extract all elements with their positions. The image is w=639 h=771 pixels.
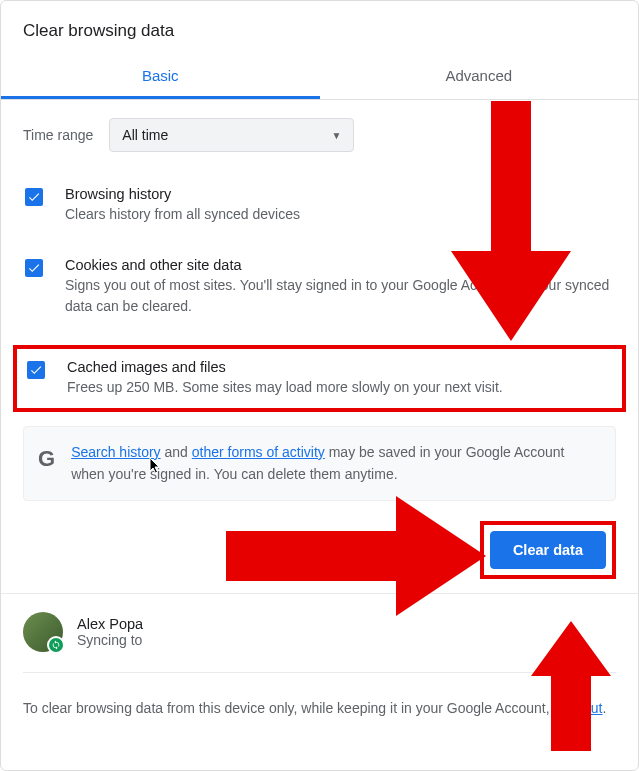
account-name: Alex Popa xyxy=(77,616,143,632)
option-desc: Clears history from all synced devices xyxy=(65,204,614,225)
google-icon: G xyxy=(38,441,55,476)
checkbox-cache[interactable] xyxy=(27,361,45,379)
sign-out-link[interactable]: sign out xyxy=(553,700,602,716)
search-history-link[interactable]: Search history xyxy=(71,444,160,460)
dialog-title: Clear browsing data xyxy=(1,1,638,55)
chevron-down-icon: ▼ xyxy=(331,130,341,141)
sync-badge-icon xyxy=(47,636,65,654)
checkbox-history[interactable] xyxy=(25,188,43,206)
tab-advanced[interactable]: Advanced xyxy=(320,55,639,99)
option-cookies[interactable]: Cookies and other site data Signs you ou… xyxy=(23,253,616,321)
avatar xyxy=(23,612,63,652)
timerange-select[interactable]: All time ▼ xyxy=(109,118,354,152)
timerange-label: Time range xyxy=(23,127,93,143)
option-title: Browsing history xyxy=(65,186,614,202)
option-title: Cookies and other site data xyxy=(65,257,614,273)
account-sync-status: Syncing to xyxy=(77,632,143,648)
clear-data-button[interactable]: Clear data xyxy=(490,531,606,569)
option-cache[interactable]: Cached images and files Frees up 250 MB.… xyxy=(25,355,614,402)
tab-basic[interactable]: Basic xyxy=(1,55,320,99)
clear-browsing-data-dialog: Clear browsing data Basic Advanced Time … xyxy=(0,0,639,771)
footer-text: To clear browsing data from this device … xyxy=(23,697,616,719)
option-desc: Frees up 250 MB. Some sites may load mor… xyxy=(67,377,612,398)
option-desc: Signs you out of most sites. You'll stay… xyxy=(65,275,614,317)
google-account-info: G Search history and other forms of acti… xyxy=(23,426,616,501)
checkbox-cookies[interactable] xyxy=(25,259,43,277)
option-browsing-history[interactable]: Browsing history Clears history from all… xyxy=(23,182,616,229)
account-info: Alex Popa Syncing to xyxy=(23,612,616,673)
annotation-highlight-cache: Cached images and files Frees up 250 MB.… xyxy=(13,345,626,412)
option-title: Cached images and files xyxy=(67,359,612,375)
annotation-highlight-clear: Clear data xyxy=(480,521,616,579)
timerange-value: All time xyxy=(122,127,168,143)
tab-bar: Basic Advanced xyxy=(1,55,638,100)
other-activity-link[interactable]: other forms of activity xyxy=(192,444,325,460)
